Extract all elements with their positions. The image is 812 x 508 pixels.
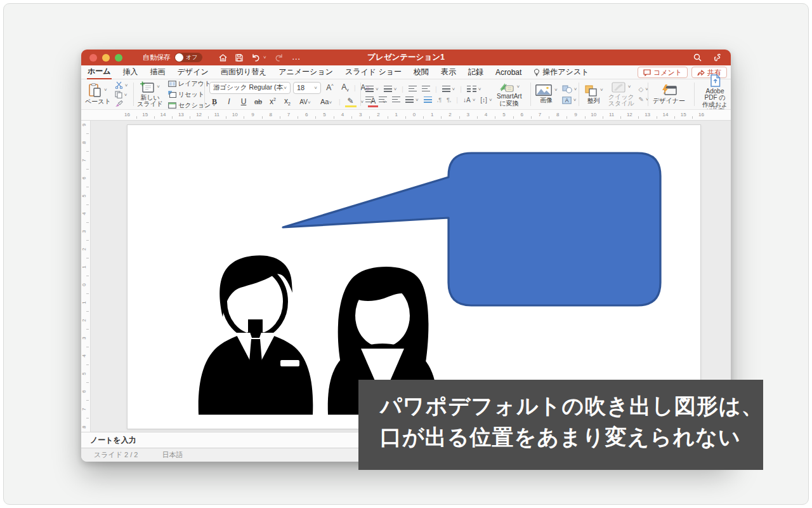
tab-record[interactable]: 記録	[468, 65, 484, 79]
v-ruler-tick	[86, 293, 89, 294]
layout-button[interactable]: レイアウト˅	[168, 79, 216, 88]
rtl-button[interactable]: ¶,	[447, 97, 451, 103]
tab-slideshow[interactable]: スライド ショー	[344, 65, 402, 79]
undo-button[interactable]	[251, 53, 260, 62]
convert-smartart-button[interactable]: ˅ SmartArtに変換	[497, 82, 521, 107]
zoom-window-button[interactable]	[115, 54, 122, 62]
new-slide-button[interactable]: ˅ 新しいスライド	[137, 81, 163, 108]
speech-bubble-shape[interactable]	[283, 153, 660, 305]
h-ruler-tick	[620, 116, 621, 119]
autosave-toggle[interactable]: オフ	[174, 53, 202, 62]
shapes-button[interactable]: ˅	[562, 85, 577, 93]
shapes-icon	[562, 85, 572, 93]
numbering-button[interactable]: ˅	[384, 86, 397, 92]
traffic-lights	[89, 54, 122, 62]
ribbon: ˅ ペースト ˅ ˅ ˅ 新しいスライド	[81, 79, 731, 109]
v-ruler-number: 7	[81, 408, 87, 410]
pdf-icon	[710, 74, 721, 87]
ltr-button[interactable]: ,¶	[437, 97, 442, 103]
close-window-button[interactable]	[89, 54, 97, 62]
underline-button[interactable]: U	[239, 97, 249, 106]
section-button[interactable]: セクション˅	[168, 101, 216, 110]
highlight-color-button[interactable]: ✎	[345, 97, 357, 107]
caption-line1: パワポデフォルトの吹き出し図形は、	[380, 391, 763, 422]
smartart-icon	[499, 82, 514, 92]
minimize-window-button[interactable]	[102, 54, 110, 62]
v-ruler[interactable]: 987654321012345678	[81, 121, 91, 432]
character-spacing-button[interactable]: AV˅	[297, 98, 313, 105]
quick-styles-button[interactable]: ˅ クイックスタイル	[608, 82, 634, 107]
distribute-button[interactable]	[424, 97, 432, 103]
strikethrough-button[interactable]: ab	[253, 98, 263, 105]
v-ruler-number: 5	[81, 194, 87, 197]
align-right-button[interactable]	[392, 97, 400, 103]
justify-button[interactable]: ˅	[405, 97, 419, 103]
paste-dropdown-icon: ˅	[104, 88, 107, 93]
v-ruler-number: 1	[81, 265, 87, 268]
h-ruler-tick	[423, 116, 424, 119]
more-commands-icon[interactable]: …	[292, 51, 301, 62]
h-ruler-number: 9	[574, 112, 577, 117]
home-icon[interactable]	[219, 54, 227, 62]
h-ruler-number: 8	[270, 112, 272, 117]
text-direction-button[interactable]: ↓A˅	[463, 97, 475, 104]
share-icon[interactable]	[713, 53, 722, 62]
copy-icon	[115, 91, 122, 98]
tab-design[interactable]: デザイン	[177, 65, 209, 79]
h-ruler-tick	[405, 116, 406, 119]
v-ruler-number: 1	[81, 301, 87, 304]
increase-indent-button[interactable]	[422, 86, 430, 92]
h-ruler[interactable]: 1615141312111098765432101234567891011121…	[81, 109, 731, 121]
increase-font-button[interactable]: A^	[324, 83, 336, 92]
ribbon-tab-bar: ホーム 挿入 描画 デザイン 画面切り替え アニメーション スライド ショー 校…	[81, 65, 731, 79]
slide-counter[interactable]: スライド 2 / 2	[94, 450, 138, 460]
paste-button[interactable]: ˅ ペースト	[85, 83, 111, 105]
tab-insert[interactable]: 挿入	[122, 65, 139, 79]
picture-icon	[535, 84, 552, 96]
font-size-select[interactable]: 18˅	[293, 82, 321, 94]
search-icon[interactable]	[693, 53, 702, 62]
bullets-button[interactable]: ˅	[365, 86, 379, 92]
comments-button[interactable]: コメント	[638, 67, 688, 78]
section-icon	[168, 102, 176, 109]
change-case-button[interactable]: Aa˅	[318, 98, 334, 105]
tab-home[interactable]: ホーム	[87, 65, 112, 80]
italic-button[interactable]: I	[224, 97, 234, 106]
align-left-button[interactable]	[365, 97, 374, 103]
h-ruler-tick	[549, 116, 549, 119]
line-spacing-button[interactable]: ˅	[442, 86, 455, 92]
tab-draw[interactable]: 描画	[150, 65, 166, 79]
save-icon[interactable]	[235, 54, 243, 62]
tab-animations[interactable]: アニメーション	[278, 65, 334, 79]
cut-button[interactable]: ˅	[115, 81, 128, 89]
text-box-button[interactable]: A˅	[562, 97, 577, 104]
copy-button[interactable]: ˅	[115, 91, 128, 98]
subscript-button[interactable]: x2	[282, 97, 292, 106]
caption-line2: 口が出る位置をあまり変えられない	[380, 422, 763, 453]
columns-button[interactable]: ˅	[467, 86, 481, 92]
language-indicator[interactable]: 日本語	[162, 450, 183, 460]
superscript-button[interactable]: x2	[268, 97, 278, 106]
bold-button[interactable]: B	[209, 97, 219, 107]
font-name-select[interactable]: 游ゴシック Regular (本文)˅	[209, 82, 291, 94]
tab-view[interactable]: 表示	[440, 65, 457, 79]
tab-review[interactable]: 校閲	[413, 65, 429, 79]
redo-button[interactable]	[275, 53, 284, 62]
tab-transitions[interactable]: 画面切り替え	[220, 65, 268, 79]
decrease-indent-button[interactable]	[409, 86, 417, 92]
undo-dropdown-icon[interactable]: ˅	[263, 55, 266, 60]
adobe-pdf-button[interactable]: Adobe PDF の作成および共有	[699, 74, 731, 115]
tab-tell-me[interactable]: 操作アシスト	[533, 65, 589, 79]
man-figure[interactable]	[199, 255, 313, 415]
v-ruler-number: 8	[81, 425, 87, 428]
format-painter-button[interactable]	[115, 100, 128, 107]
decrease-font-button[interactable]: Av	[339, 83, 351, 92]
reset-button[interactable]: リセット	[168, 90, 216, 99]
designer-button[interactable]: デザイナー	[653, 84, 685, 105]
insert-picture-button[interactable]: ˅ 画像	[535, 84, 558, 104]
align-text-button[interactable]: [↕]˅	[480, 97, 492, 104]
autosave-control[interactable]: 自動保存 オフ	[143, 53, 202, 62]
align-center-button[interactable]	[379, 97, 387, 103]
arrange-button[interactable]: ˅ 整列	[584, 84, 603, 105]
tab-acrobat[interactable]: Acrobat	[495, 67, 522, 78]
